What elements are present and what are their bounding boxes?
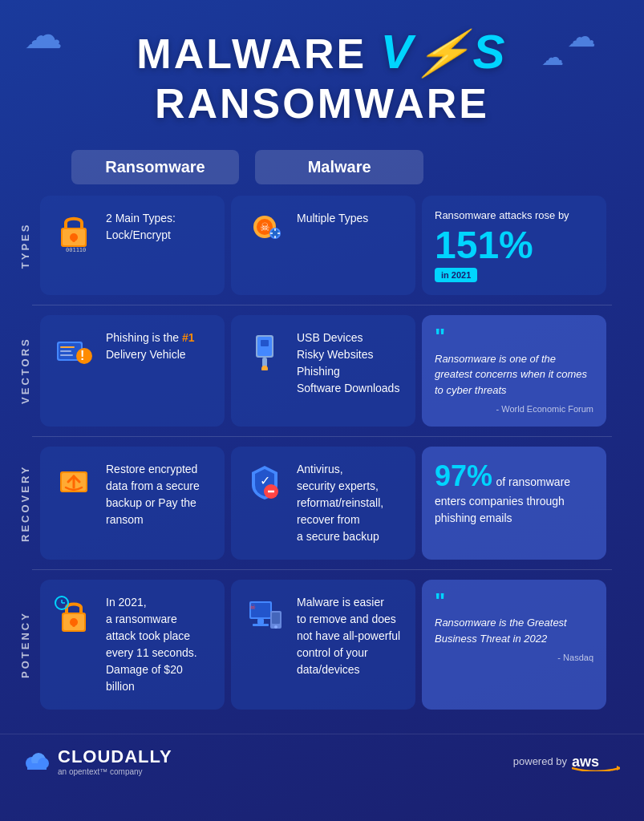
vectors-quote-text: Ransomware is one of the greatest concer… <box>435 351 593 398</box>
cloud-icon-tr: ☁ <box>567 20 596 54</box>
svg-rect-40 <box>257 619 264 624</box>
vectors-quote-source: - World Economic Forum <box>435 404 593 414</box>
brand-sub: an opentext™ company <box>58 767 143 776</box>
vectors-ransomware-text: Phishing is the #1 Delivery Vehicle <box>106 330 212 363</box>
brand-name: CLOUDALLY <box>58 746 172 767</box>
vectors-malware-line3: Phishing <box>297 363 399 380</box>
vectors-quote-mark: " <box>435 328 593 346</box>
vectors-malware-line1: USB Devices <box>297 330 399 346</box>
cloudally-icon <box>24 749 50 774</box>
phishing-icon: ! <box>53 330 95 371</box>
svg-rect-18 <box>60 354 73 356</box>
row-types: TYPES 001110 2 Main Types: Lock/Encrypt <box>16 196 628 295</box>
main-grid: TYPES 001110 2 Main Types: Lock/Encrypt <box>0 188 644 726</box>
brand-section: CLOUDALLY an opentext™ company <box>24 746 172 776</box>
svg-text:!: ! <box>80 349 84 362</box>
types-ransomware-cell: 001110 2 Main Types: Lock/Encrypt <box>40 196 225 295</box>
title-vs: V⚡S <box>381 25 508 79</box>
types-stat-number: 151% <box>435 226 533 265</box>
types-malware-cell: ☠ Multiple Types <box>231 196 415 295</box>
malware-icon: ☠ <box>244 210 286 252</box>
svg-marker-51 <box>617 766 620 770</box>
recovery-malware-cell: ✓ Antivirus, security experts, reformat/… <box>231 447 415 560</box>
svg-point-25 <box>261 366 268 370</box>
svg-point-44 <box>274 625 277 629</box>
powered-by-text: powered by <box>513 755 567 767</box>
footer: CLOUDALLY an opentext™ company powered b… <box>0 734 644 788</box>
potency-quote-source: - Nasdaq <box>435 653 593 662</box>
potency-malware-cell: ☠ Malware is easier to remove and does n… <box>231 580 415 710</box>
backup-icon <box>53 461 95 503</box>
aws-logo: aws <box>572 752 620 771</box>
header: ☁ ☁ ☁ MALWARE V⚡S RANSOMWARE <box>0 0 644 144</box>
recovery-percent-number: 97% <box>435 459 492 492</box>
row-label-recovery: RECOVERY <box>16 447 34 560</box>
antivirus-icon: ✓ <box>244 461 286 503</box>
svg-text:☠: ☠ <box>260 220 270 233</box>
recovery-ransomware-cell: Restore encrypted data from a secure bac… <box>40 447 225 560</box>
svg-rect-49 <box>27 763 47 770</box>
page-title: MALWARE V⚡S RANSOMWARE <box>16 24 628 127</box>
potency-quote-mark: " <box>435 592 593 610</box>
potency-info-quote: " Ransomware is the Greatest Business Th… <box>422 580 606 710</box>
title-malware: MALWARE <box>136 30 367 77</box>
recovery-malware-text: Antivirus, security experts, reformat/re… <box>297 461 383 545</box>
row-recovery: RECOVERY Restore encrypted data from a s… <box>16 447 628 560</box>
potency-ransomware-text: In 2021, a ransomware attack took place … <box>106 594 212 695</box>
vectors-malware-line2: Risky Websites <box>297 346 399 363</box>
svg-rect-43 <box>272 613 280 624</box>
types-info-box: Ransomware attacks rose by 151% in 2021 <box>422 196 606 295</box>
potency-ransomware-cell: In 2021, a ransomware attack took place … <box>40 580 225 710</box>
row-vectors: VECTORS ! Phishing is the #1 Delivery Ve… <box>16 315 628 427</box>
row-potency: POTENCY In 2021, a ransomware attack too… <box>16 580 628 710</box>
cloud-icon-tr2: ☁ <box>541 44 564 71</box>
row-label-types: TYPES <box>16 196 34 295</box>
types-ransomware-text: 2 Main Types: Lock/Encrypt <box>106 210 176 244</box>
svg-rect-16 <box>60 346 75 348</box>
timer-lock-icon <box>53 594 95 636</box>
svg-rect-17 <box>60 350 71 352</box>
col-header-malware: Malware <box>255 150 423 184</box>
usb-icon <box>244 330 286 371</box>
brand-logo: CLOUDALLY an opentext™ company <box>58 746 172 776</box>
svg-text:001110: 001110 <box>66 247 86 252</box>
aws-section: powered by aws <box>513 752 620 771</box>
svg-rect-34 <box>72 622 75 627</box>
potency-quote-text: Ransomware is the Greatest Business Thre… <box>435 615 593 646</box>
row-label-potency: POTENCY <box>16 580 34 710</box>
svg-text:✓: ✓ <box>260 474 270 487</box>
types-stat-badge: in 2021 <box>435 268 477 282</box>
types-stat-prefix: Ransomware attacks rose by <box>435 208 569 223</box>
row-label-vectors: VECTORS <box>16 315 34 427</box>
col-header-ransomware: Ransomware <box>71 150 240 184</box>
vectors-ransomware-cell: ! Phishing is the #1 Delivery Vehicle <box>40 315 225 427</box>
recovery-ransomware-text: Restore encrypted data from a secure bac… <box>106 461 212 528</box>
title-ransomware: RANSOMWARE <box>155 80 489 127</box>
device-icon: ☠ <box>244 594 286 636</box>
recovery-info-percent: 97% of ransomware enters companies throu… <box>422 447 606 560</box>
cloud-icon-tl: ☁ <box>24 12 63 57</box>
svg-text:☠: ☠ <box>249 603 256 611</box>
lock-icon: 001110 <box>53 210 95 252</box>
vectors-malware-line4: Software Downloads <box>297 380 399 397</box>
types-malware-text: Multiple Types <box>297 210 368 227</box>
svg-text:aws: aws <box>572 754 599 770</box>
svg-rect-41 <box>253 624 269 626</box>
vectors-malware-cell: USB Devices Risky Websites Phishing Soft… <box>231 315 415 427</box>
potency-malware-text: Malware is easier to remove and does not… <box>297 594 400 678</box>
svg-rect-3 <box>72 237 75 242</box>
svg-rect-23 <box>261 340 269 346</box>
vectors-info-quote: " Ransomware is one of the greatest conc… <box>422 315 606 427</box>
vectors-malware-text: USB Devices Risky Websites Phishing Soft… <box>297 330 399 397</box>
column-headers: Ransomware Malware <box>0 144 644 188</box>
